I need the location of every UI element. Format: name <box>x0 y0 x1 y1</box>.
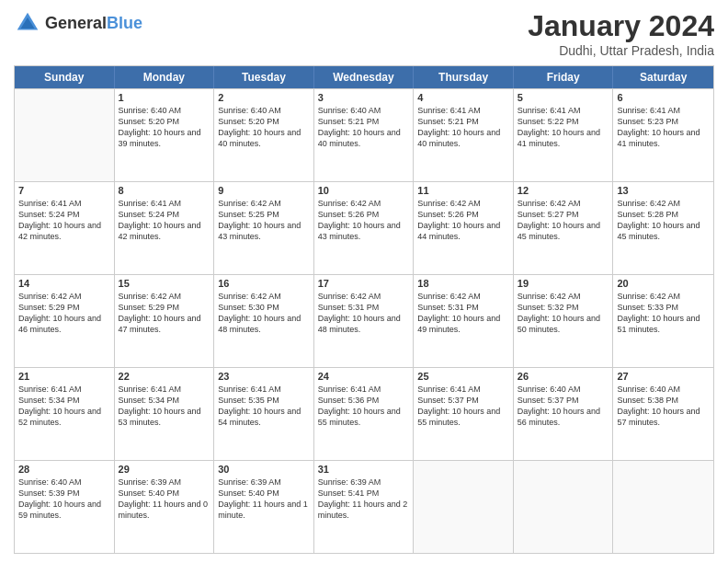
day-number: 12 <box>518 185 609 196</box>
day-number: 4 <box>417 92 509 103</box>
day-cell-11: 11Sunrise: 6:42 AM Sunset: 5:26 PM Dayli… <box>414 182 514 274</box>
day-cell-21: 21Sunrise: 6:41 AM Sunset: 5:34 PM Dayli… <box>15 368 115 460</box>
empty-cell <box>514 461 614 553</box>
day-number: 5 <box>518 92 609 103</box>
day-cell-1: 1Sunrise: 6:40 AM Sunset: 5:20 PM Daylig… <box>115 89 215 181</box>
day-number: 6 <box>617 92 710 103</box>
page: GeneralBlue January 2024 Dudhi, Uttar Pr… <box>0 0 728 563</box>
day-number: 13 <box>617 185 710 196</box>
day-number: 15 <box>119 278 210 289</box>
calendar: SundayMondayTuesdayWednesdayThursdayFrid… <box>14 65 714 554</box>
week-row-1: 1Sunrise: 6:40 AM Sunset: 5:20 PM Daylig… <box>15 88 713 181</box>
day-number: 10 <box>318 185 410 196</box>
day-cell-8: 8Sunrise: 6:41 AM Sunset: 5:24 PM Daylig… <box>115 182 215 274</box>
day-number: 8 <box>119 185 210 196</box>
title-block: January 2024 Dudhi, Uttar Pradesh, India <box>528 9 714 58</box>
day-cell-20: 20Sunrise: 6:42 AM Sunset: 5:33 PM Dayli… <box>613 275 713 367</box>
day-number: 9 <box>218 185 310 196</box>
day-cell-10: 10Sunrise: 6:42 AM Sunset: 5:26 PM Dayli… <box>314 182 415 274</box>
day-cell-27: 27Sunrise: 6:40 AM Sunset: 5:38 PM Dayli… <box>613 368 713 460</box>
day-number: 3 <box>318 92 410 103</box>
day-cell-6: 6Sunrise: 6:41 AM Sunset: 5:23 PM Daylig… <box>613 89 713 181</box>
day-cell-12: 12Sunrise: 6:42 AM Sunset: 5:27 PM Dayli… <box>514 182 614 274</box>
day-info: Sunrise: 6:41 AM Sunset: 5:34 PM Dayligh… <box>18 384 110 429</box>
day-cell-16: 16Sunrise: 6:42 AM Sunset: 5:30 PM Dayli… <box>214 275 314 367</box>
day-cell-29: 29Sunrise: 6:39 AM Sunset: 5:40 PM Dayli… <box>115 461 215 553</box>
day-info: Sunrise: 6:42 AM Sunset: 5:32 PM Dayligh… <box>518 291 609 336</box>
day-info: Sunrise: 6:42 AM Sunset: 5:28 PM Dayligh… <box>617 198 710 243</box>
day-number: 28 <box>18 464 110 475</box>
calendar-header: SundayMondayTuesdayWednesdayThursdayFrid… <box>15 66 713 88</box>
day-info: Sunrise: 6:42 AM Sunset: 5:29 PM Dayligh… <box>119 291 210 336</box>
day-cell-15: 15Sunrise: 6:42 AM Sunset: 5:29 PM Dayli… <box>115 275 215 367</box>
day-header-wednesday: Wednesday <box>314 66 415 88</box>
day-number: 14 <box>18 278 110 289</box>
day-header-sunday: Sunday <box>15 66 115 88</box>
week-row-5: 28Sunrise: 6:40 AM Sunset: 5:39 PM Dayli… <box>15 460 713 553</box>
day-number: 26 <box>518 371 609 382</box>
day-number: 19 <box>518 278 609 289</box>
day-info: Sunrise: 6:40 AM Sunset: 5:20 PM Dayligh… <box>218 105 310 150</box>
week-row-2: 7Sunrise: 6:41 AM Sunset: 5:24 PM Daylig… <box>15 181 713 274</box>
day-number: 31 <box>318 464 410 475</box>
empty-cell <box>613 461 713 553</box>
logo-blue: Blue <box>107 14 142 32</box>
day-cell-31: 31Sunrise: 6:39 AM Sunset: 5:41 PM Dayli… <box>314 461 415 553</box>
day-info: Sunrise: 6:41 AM Sunset: 5:24 PM Dayligh… <box>119 198 210 243</box>
day-info: Sunrise: 6:40 AM Sunset: 5:20 PM Dayligh… <box>119 105 210 150</box>
day-number: 7 <box>18 185 110 196</box>
day-info: Sunrise: 6:42 AM Sunset: 5:30 PM Dayligh… <box>218 291 310 336</box>
day-info: Sunrise: 6:42 AM Sunset: 5:29 PM Dayligh… <box>18 291 110 336</box>
day-header-saturday: Saturday <box>613 66 713 88</box>
day-number: 25 <box>417 371 509 382</box>
day-info: Sunrise: 6:41 AM Sunset: 5:23 PM Dayligh… <box>617 105 710 150</box>
day-info: Sunrise: 6:41 AM Sunset: 5:21 PM Dayligh… <box>417 105 509 150</box>
day-info: Sunrise: 6:39 AM Sunset: 5:40 PM Dayligh… <box>119 477 210 522</box>
day-number: 24 <box>318 371 410 382</box>
day-cell-7: 7Sunrise: 6:41 AM Sunset: 5:24 PM Daylig… <box>15 182 115 274</box>
day-cell-18: 18Sunrise: 6:42 AM Sunset: 5:31 PM Dayli… <box>414 275 514 367</box>
day-number: 20 <box>617 278 710 289</box>
day-number: 21 <box>18 371 110 382</box>
logo-text: GeneralBlue <box>45 14 142 33</box>
day-cell-9: 9Sunrise: 6:42 AM Sunset: 5:25 PM Daylig… <box>214 182 314 274</box>
day-info: Sunrise: 6:42 AM Sunset: 5:33 PM Dayligh… <box>617 291 710 336</box>
day-info: Sunrise: 6:42 AM Sunset: 5:31 PM Dayligh… <box>417 291 509 336</box>
day-number: 11 <box>417 185 509 196</box>
week-row-3: 14Sunrise: 6:42 AM Sunset: 5:29 PM Dayli… <box>15 274 713 367</box>
day-info: Sunrise: 6:41 AM Sunset: 5:35 PM Dayligh… <box>218 384 310 429</box>
day-info: Sunrise: 6:42 AM Sunset: 5:26 PM Dayligh… <box>417 198 509 243</box>
day-info: Sunrise: 6:39 AM Sunset: 5:41 PM Dayligh… <box>318 477 410 522</box>
day-info: Sunrise: 6:42 AM Sunset: 5:26 PM Dayligh… <box>318 198 410 243</box>
day-info: Sunrise: 6:42 AM Sunset: 5:25 PM Dayligh… <box>218 198 310 243</box>
day-number: 22 <box>119 371 210 382</box>
day-info: Sunrise: 6:42 AM Sunset: 5:27 PM Dayligh… <box>518 198 609 243</box>
day-header-friday: Friday <box>514 66 614 88</box>
day-info: Sunrise: 6:40 AM Sunset: 5:38 PM Dayligh… <box>617 384 710 429</box>
day-header-tuesday: Tuesday <box>214 66 314 88</box>
day-cell-2: 2Sunrise: 6:40 AM Sunset: 5:20 PM Daylig… <box>214 89 314 181</box>
day-info: Sunrise: 6:41 AM Sunset: 5:36 PM Dayligh… <box>318 384 410 429</box>
day-info: Sunrise: 6:40 AM Sunset: 5:39 PM Dayligh… <box>18 477 110 522</box>
day-info: Sunrise: 6:40 AM Sunset: 5:21 PM Dayligh… <box>318 105 410 150</box>
day-cell-22: 22Sunrise: 6:41 AM Sunset: 5:34 PM Dayli… <box>115 368 215 460</box>
week-row-4: 21Sunrise: 6:41 AM Sunset: 5:34 PM Dayli… <box>15 367 713 460</box>
day-header-monday: Monday <box>115 66 215 88</box>
day-cell-23: 23Sunrise: 6:41 AM Sunset: 5:35 PM Dayli… <box>214 368 314 460</box>
empty-cell <box>414 461 514 553</box>
day-cell-19: 19Sunrise: 6:42 AM Sunset: 5:32 PM Dayli… <box>514 275 614 367</box>
day-info: Sunrise: 6:42 AM Sunset: 5:31 PM Dayligh… <box>318 291 410 336</box>
day-info: Sunrise: 6:41 AM Sunset: 5:37 PM Dayligh… <box>417 384 509 429</box>
day-cell-3: 3Sunrise: 6:40 AM Sunset: 5:21 PM Daylig… <box>314 89 415 181</box>
day-info: Sunrise: 6:41 AM Sunset: 5:24 PM Dayligh… <box>18 198 110 243</box>
day-cell-13: 13Sunrise: 6:42 AM Sunset: 5:28 PM Dayli… <box>613 182 713 274</box>
day-cell-24: 24Sunrise: 6:41 AM Sunset: 5:36 PM Dayli… <box>314 368 415 460</box>
day-info: Sunrise: 6:41 AM Sunset: 5:34 PM Dayligh… <box>119 384 210 429</box>
day-info: Sunrise: 6:41 AM Sunset: 5:22 PM Dayligh… <box>518 105 609 150</box>
day-number: 30 <box>218 464 310 475</box>
header: GeneralBlue January 2024 Dudhi, Uttar Pr… <box>14 9 714 58</box>
day-number: 2 <box>218 92 310 103</box>
day-number: 18 <box>417 278 509 289</box>
day-number: 29 <box>119 464 210 475</box>
location: Dudhi, Uttar Pradesh, India <box>528 43 714 58</box>
